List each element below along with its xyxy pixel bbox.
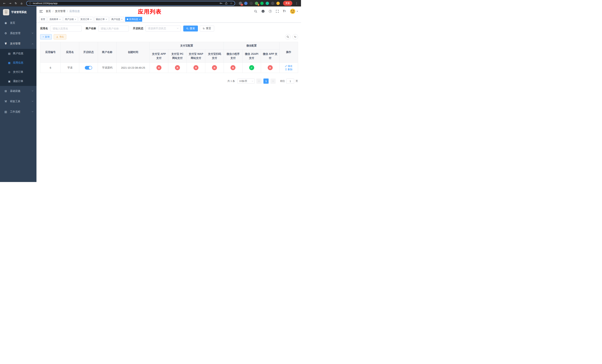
font-size-icon[interactable]: TT	[283, 10, 286, 13]
navbar: 首页 / 支付管理 / 应用信息 应用列表 ?	[36, 7, 301, 16]
close-icon[interactable]: ×	[75, 18, 76, 21]
sidebar-item-system[interactable]: ⚙ 系统管理	[0, 28, 36, 39]
dashboard-icon: ◉	[4, 21, 8, 25]
add-button[interactable]: + 新增	[40, 34, 52, 39]
sidebar-item-app-info[interactable]: ▦ 应用信息	[0, 58, 36, 67]
status-label: 开启状态	[133, 27, 143, 30]
tab-pay-orders[interactable]: 支付订单×	[79, 17, 93, 22]
browser-menu-icon[interactable]: ⋮	[294, 2, 299, 5]
workflow-icon: ▥	[4, 110, 8, 114]
tab-process-form[interactable]: 流程表单×	[48, 17, 62, 22]
toggle-search-button[interactable]	[285, 34, 291, 40]
status-select[interactable]: 请选择开启状态	[146, 26, 181, 32]
github-icon[interactable]	[261, 10, 265, 13]
reset-button[interactable]: ↻ 重置	[200, 26, 214, 32]
bookmark-star-icon[interactable]: ☆	[230, 2, 233, 5]
breadcrumb-home[interactable]: 首页	[46, 10, 51, 13]
back-icon[interactable]: ←	[2, 1, 7, 6]
filter-form: 应用名 商户名称 开启状态 请选择开启状态 搜索 ↻ 重置	[40, 26, 298, 32]
user-menu[interactable]	[290, 9, 298, 14]
search-icon	[186, 27, 189, 30]
edit-pen-icon	[285, 65, 287, 67]
site-info-icon[interactable]: i	[29, 2, 31, 4]
home-icon[interactable]: ⌂	[19, 1, 24, 6]
tab-app-info[interactable]: 应用信息×	[125, 17, 142, 22]
cell-merchant: 芋道源码	[98, 63, 117, 73]
ext-pinwheel-icon[interactable]	[271, 2, 274, 5]
browser-update-button[interactable]: 更新	[283, 1, 292, 6]
sidebar-item-payment[interactable]: ¥ 支付管理	[0, 39, 36, 49]
chevron-down-icon	[252, 80, 253, 81]
download-icon	[56, 36, 58, 38]
col-header-app-name: 应用名	[61, 42, 79, 63]
breadcrumb-payment[interactable]: 支付管理	[55, 10, 65, 13]
wechat-app-pay-status-icon: ×	[268, 65, 273, 70]
tab-home[interactable]: 首页	[39, 17, 47, 22]
ext-green-avatar-icon[interactable]: 1	[255, 2, 258, 5]
cell-created: 2021-10-23 08:49:25	[117, 63, 150, 73]
app-table: 应用编号 应用名 开启状态 商户名称 创建时间 支付宝配置 微信配置 操作 支付…	[40, 42, 298, 73]
alipay-qr-pay-status-icon: ×	[212, 65, 217, 70]
share-icon[interactable]	[225, 2, 227, 5]
group-header-wechat: 微信配置	[224, 42, 279, 50]
chevron-down-icon	[32, 90, 33, 91]
ext-teal-check-icon[interactable]	[260, 2, 264, 5]
close-icon[interactable]: ×	[106, 18, 107, 21]
fullscreen-icon[interactable]	[276, 10, 279, 13]
sidebar-collapse-icon[interactable]	[39, 10, 43, 13]
col-header-alipay-pc: 支付宝 PC 网站支付	[168, 50, 187, 63]
reload-icon[interactable]: ↻	[13, 1, 18, 6]
sidebar-item-pay-orders[interactable]: ⊙ 支付订单	[0, 67, 36, 77]
yen-icon: ¥	[4, 42, 8, 45]
prev-page-button[interactable]: ‹	[256, 78, 262, 84]
app-logo-row[interactable]: 芋道管理系统	[0, 7, 36, 18]
refresh-table-button[interactable]: ↻	[292, 34, 298, 40]
sidebar-item-infrastructure[interactable]: ⊞ 基础设施	[0, 86, 36, 96]
order-icon: ⊙	[7, 71, 11, 74]
ext-emoji-face-icon[interactable]	[276, 2, 280, 5]
forward-icon[interactable]: →	[8, 1, 13, 6]
close-icon[interactable]: ×	[121, 18, 123, 21]
alipay-app-pay-status-icon: ×	[156, 65, 161, 70]
sidebar-item-home[interactable]: ◉ 首页	[0, 18, 36, 28]
extensions-cluster: 101	[237, 2, 281, 5]
tools-icon: ⚒	[4, 100, 8, 103]
cell-app-name: 芋道	[61, 63, 79, 73]
status-toggle[interactable]	[85, 66, 92, 70]
payment-submenu: ▤ 商户信息 ▦ 应用信息 ⊙ 支付订单 ▣ 退款订单	[0, 49, 36, 86]
extensions-puzzle-icon[interactable]: 10	[239, 2, 242, 5]
page-title-annotation: 应用列表	[138, 8, 161, 16]
close-icon[interactable]: ×	[90, 18, 92, 21]
tab-user-group[interactable]: 用户分组×	[63, 17, 78, 22]
sidebar-item-refund-orders[interactable]: ▣ 退款订单	[0, 77, 36, 86]
address-bar[interactable]: i localhost:1024/pay/app ☆	[26, 1, 235, 6]
export-button[interactable]: 导出	[54, 34, 66, 39]
chevron-down-icon	[32, 32, 33, 33]
close-icon[interactable]: ×	[139, 18, 140, 21]
search-button[interactable]: 搜索	[183, 26, 198, 32]
help-icon[interactable]: ?	[269, 10, 272, 13]
tab-merchant-info[interactable]: 商户信息×	[110, 17, 124, 22]
tab-refund-orders[interactable]: 退款订单×	[94, 17, 109, 22]
plus-icon: +	[43, 36, 44, 38]
page-size-select[interactable]: 10条/页	[237, 78, 255, 84]
search-icon[interactable]	[254, 10, 257, 13]
close-icon[interactable]: ×	[59, 18, 61, 21]
col-header-wechat-jsapi: 微信 JSAPI 支付	[242, 50, 261, 63]
edit-link[interactable]: 修改	[285, 64, 292, 68]
merchant-name-input[interactable]	[98, 26, 129, 32]
group-header-alipay: 支付宝配置	[150, 42, 224, 50]
next-page-button[interactable]: ›	[270, 78, 276, 84]
sidebar-item-workflow[interactable]: ▥ 工作流程	[0, 107, 36, 117]
app-name-input[interactable]	[50, 26, 82, 32]
pagination: 共 1 条 10条/页 ‹ 1 › 前往 页	[40, 78, 298, 84]
ext-dark-circle-icon[interactable]	[249, 2, 253, 5]
sidebar-item-dev-tools[interactable]: ⚒ 研发工具	[0, 96, 36, 107]
page-number-1[interactable]: 1	[263, 78, 269, 84]
delete-link[interactable]: 删除	[285, 68, 292, 71]
sidebar-item-merchant-info[interactable]: ▤ 商户信息	[0, 49, 36, 58]
ext-blue-gem-icon[interactable]	[244, 2, 247, 5]
ext-green-square-icon[interactable]	[266, 2, 269, 5]
goto-page-input[interactable]	[286, 78, 294, 84]
password-key-icon[interactable]	[220, 2, 222, 5]
